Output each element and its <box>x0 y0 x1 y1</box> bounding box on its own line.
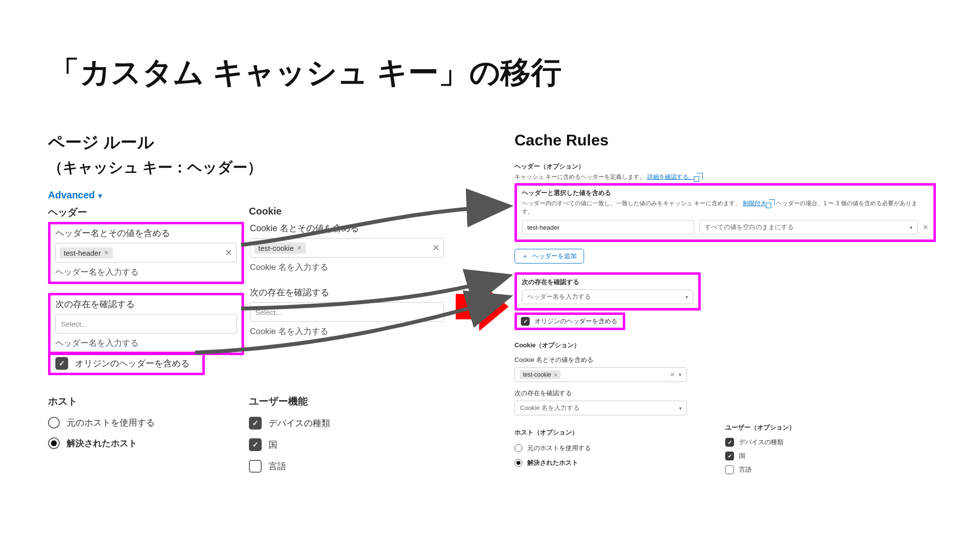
migration-arrow-icon <box>456 282 510 331</box>
host-resolved-label: 解決されたホスト <box>67 437 137 449</box>
close-icon[interactable]: ✕ <box>104 249 109 256</box>
cr-include-desc: ヘッダー内のすべての値に一致し、一致した値のみをキャッシュ キーに含めます。 制… <box>522 199 929 216</box>
cookie-chip-label: test-cookie <box>258 244 294 252</box>
cr-header-opt-desc-a: キャッシュ キーに含めるヘッダーを定義します。 <box>514 173 645 180</box>
cr-include-limited-link[interactable]: 制限付き <box>743 200 766 207</box>
cr-host-use-origin-label: 元のホストを使用する <box>527 444 591 453</box>
user-device-checkbox[interactable]: デバイスの種類 <box>249 417 445 430</box>
checkbox-icon <box>725 452 734 460</box>
advanced-link-label: Advanced <box>48 190 95 200</box>
host-section-title: ホスト <box>48 395 244 408</box>
cr-user-device-checkbox[interactable]: デバイスの種類 <box>725 438 853 447</box>
add-header-button[interactable]: ＋ ヘッダーを追加 <box>514 249 584 264</box>
plus-icon: ＋ <box>522 252 528 261</box>
cr-header-row-remove-icon[interactable]: ✕ <box>923 223 929 231</box>
host-resolved-radio[interactable]: 解決されたホスト <box>48 437 244 449</box>
header-column-title: ヘッダー <box>48 206 244 219</box>
cookie-include-help: Cookie 名を入力する <box>250 262 444 273</box>
checkbox-icon <box>521 317 530 326</box>
cr-host-resolved-radio[interactable]: 解決されたホスト <box>514 458 710 467</box>
cookie-chip[interactable]: test-cookie ✕ <box>254 242 306 254</box>
header-include-caption: ヘッダー名とその値を含める <box>55 227 237 239</box>
cr-origin-header-checkbox-label: オリジンのヘッダーを含める <box>535 317 617 326</box>
cache-rules-heading: Cache Rules <box>514 131 936 149</box>
header-exists-highlight: 次の存在を確認する Select... ヘッダー名を入力する <box>48 293 244 355</box>
host-use-origin-radio[interactable]: 元のホストを使用する <box>48 417 244 429</box>
cr-user-country-label: 国 <box>739 452 745 460</box>
cookie-include-caption: Cookie 名とその値を含める <box>250 222 444 234</box>
cr-cookie-opt-title: Cookie（オプション） <box>514 341 936 350</box>
cr-include-limited-label: 制限付き <box>743 200 766 207</box>
cr-cookie-exists-select[interactable]: Cookie 名を入力する ▾ <box>514 401 687 415</box>
cr-user-device-label: デバイスの種類 <box>739 438 784 447</box>
cr-include-title: ヘッダーと選択した値を含める <box>522 189 929 197</box>
cookie-column-title: Cookie <box>249 206 445 217</box>
clear-input-icon[interactable]: ✕ <box>670 371 675 378</box>
cr-header-opt-title: ヘッダー（オプション） <box>514 162 936 171</box>
cookie-exists-select[interactable]: Select... <box>250 302 444 322</box>
advanced-link[interactable]: Advanced▼ <box>48 190 103 200</box>
checkbox-icon <box>725 438 734 447</box>
header-exists-placeholder: Select... <box>61 320 87 328</box>
user-language-checkbox[interactable]: 言語 <box>249 460 445 473</box>
cr-user-country-checkbox[interactable]: 国 <box>725 452 853 460</box>
cr-host-resolved-label: 解決されたホスト <box>527 458 578 467</box>
cookie-include-input[interactable]: test-cookie ✕ ✕ <box>250 238 444 258</box>
slide-title: 「カスタム キャッシュ キー」の移行 <box>49 52 562 93</box>
user-country-checkbox[interactable]: 国 <box>249 438 445 451</box>
cr-cookie-chip-label: test-cookie <box>523 371 551 378</box>
chevron-down-icon: ▾ <box>910 225 912 230</box>
cr-header-values-placeholder: すべての値を空白のままにする <box>705 223 794 232</box>
cr-exists-title: 次の存在を確認する <box>522 278 693 287</box>
cr-header-values-select[interactable]: すべての値を空白のままにする ▾ <box>699 220 918 235</box>
page-rules-panel: ページ ルール （キャッシュ キー：ヘッダー） Advanced▼ ヘッダー ヘ… <box>48 131 489 478</box>
user-language-label: 言語 <box>269 460 286 472</box>
cr-cookie-chip[interactable]: test-cookie ✕ <box>520 370 561 379</box>
user-device-label: デバイスの種類 <box>269 417 330 429</box>
page-rules-heading: ページ ルール <box>48 131 489 154</box>
close-icon[interactable]: ✕ <box>554 372 558 378</box>
cr-cookie-exists-placeholder: Cookie 名を入力する <box>520 404 580 412</box>
radio-icon <box>514 444 522 452</box>
clear-input-icon[interactable]: ✕ <box>225 247 232 258</box>
chevron-down-icon: ▾ <box>686 294 688 300</box>
host-use-origin-label: 元のホストを使用する <box>67 417 155 429</box>
header-include-input[interactable]: test-header ✕ ✕ <box>55 243 237 263</box>
checkbox-icon <box>249 417 262 430</box>
cr-host-title: ホスト（オプション） <box>514 428 710 437</box>
cr-cookie-include-caption: Cookie 名とその値を含める <box>514 356 936 364</box>
cache-rules-panel: Cache Rules ヘッダー（オプション） キャッシュ キーに含めるヘッダー… <box>514 131 936 477</box>
external-link-icon <box>769 199 775 205</box>
header-chip[interactable]: test-header ✕ <box>60 247 113 259</box>
cr-exists-select[interactable]: ヘッダー名を入力する ▾ <box>522 289 693 304</box>
origin-header-checkbox-label: オリジンのヘッダーを含める <box>75 358 190 369</box>
radio-icon <box>48 437 60 449</box>
checkbox-icon <box>249 460 262 473</box>
cr-cookie-include-input[interactable]: test-cookie ✕ ✕ ▾ <box>514 367 687 382</box>
user-country-label: 国 <box>269 439 277 451</box>
origin-header-highlight: オリジンのヘッダーを含める <box>48 352 205 375</box>
cr-origin-header-checkbox[interactable]: オリジンのヘッダーを含める <box>521 317 619 326</box>
cr-host-use-origin-radio[interactable]: 元のホストを使用する <box>514 444 710 453</box>
cr-header-name-value: test-header <box>527 224 560 231</box>
chevron-down-icon: ▼ <box>97 192 104 200</box>
user-features-title: ユーザー機能 <box>249 395 445 408</box>
header-exists-select[interactable]: Select... <box>55 314 237 334</box>
cr-header-opt-link-label: 詳細を確認する。 <box>647 173 694 180</box>
cr-user-language-label: 言語 <box>739 465 752 474</box>
cookie-exists-help: Cookie 名を入力する <box>250 326 444 337</box>
checkbox-icon <box>55 357 68 370</box>
radio-icon <box>48 417 60 429</box>
clear-input-icon[interactable]: ✕ <box>432 242 440 253</box>
cr-include-highlight: ヘッダーと選択した値を含める ヘッダー内のすべての値に一致し、一致した値のみをキ… <box>514 183 936 242</box>
cr-exists-highlight: 次の存在を確認する ヘッダー名を入力する ▾ <box>514 272 701 311</box>
cr-header-opt-link[interactable]: 詳細を確認する。 <box>647 173 694 180</box>
header-chip-label: test-header <box>64 249 101 257</box>
cr-include-desc-a: ヘッダー内のすべての値に一致し、一致した値のみをキャッシュ キーに含めます。 <box>522 200 741 207</box>
cr-user-title: ユーザー（オプション） <box>725 423 853 432</box>
cr-header-name-input[interactable]: test-header <box>522 220 694 235</box>
cr-user-language-checkbox[interactable]: 言語 <box>725 465 853 474</box>
cr-cookie-exists-caption: 次の存在を確認する <box>514 389 936 398</box>
close-icon[interactable]: ✕ <box>297 244 302 251</box>
origin-header-checkbox[interactable]: オリジンのヘッダーを含める <box>55 357 197 370</box>
